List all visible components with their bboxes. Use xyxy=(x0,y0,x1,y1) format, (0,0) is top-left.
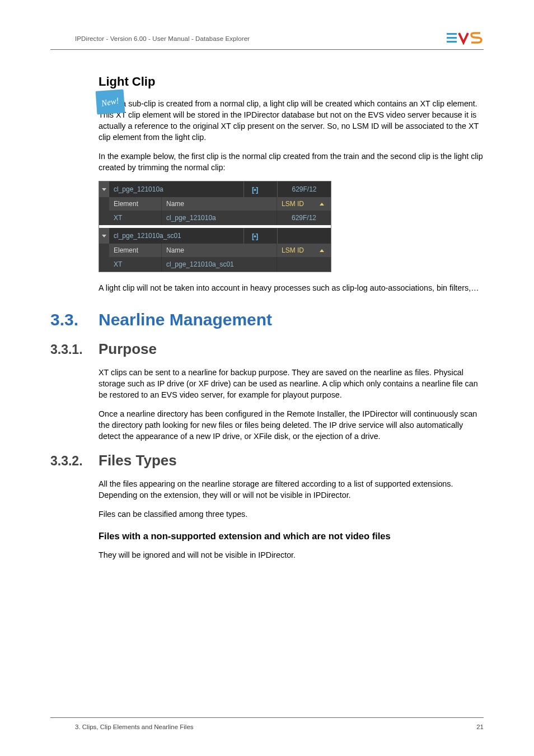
chevron-down-icon xyxy=(102,235,106,237)
heading-3-3-1: 3.3.1. Purpose xyxy=(50,340,484,358)
page-footer: 3. Clips, Clip Elements and Nearline Fil… xyxy=(50,717,484,730)
body-text: In the example below, the first clip is … xyxy=(99,151,484,173)
clip-row[interactable]: cl_pge_121010a [•] 629F/12 xyxy=(99,181,331,197)
col-element[interactable]: Element xyxy=(109,197,162,211)
heading-number: 3.3.1. xyxy=(50,342,99,357)
sub-table-header: Element Name LSM ID xyxy=(99,197,331,211)
cell-name: cl_pge_121010a_sc01 xyxy=(162,257,277,272)
body-text: They will be ignored and will not be vis… xyxy=(99,549,484,561)
footer-page-number: 21 xyxy=(476,724,484,730)
col-name[interactable]: Name xyxy=(162,197,277,211)
clip-name: cl_pge_121010a xyxy=(109,181,243,197)
clip-lsm-id: 629F/12 xyxy=(277,181,331,197)
page-header: IPDirector - Version 6.00 - User Manual … xyxy=(50,31,484,50)
heading-number: 3.3. xyxy=(50,310,99,329)
cell-lsm: 629F/12 xyxy=(277,211,331,225)
clip-type-cell: [•] xyxy=(243,228,277,244)
cell-element: XT xyxy=(109,257,162,272)
cell-element: XT xyxy=(109,211,162,225)
col-lsm-id[interactable]: LSM ID xyxy=(277,244,331,257)
clip-list-screenshot: cl_pge_121010a [•] 629F/12 Element Name … xyxy=(99,181,331,272)
footer-chapter: 3. Clips, Clip Elements and Nearline Fil… xyxy=(50,724,194,730)
cell-name: cl_pge_121010a xyxy=(162,211,277,225)
sort-asc-icon xyxy=(320,203,324,206)
body-text: XT clips can be sent to a nearline for b… xyxy=(99,367,484,400)
new-badge-label: New! xyxy=(101,96,120,108)
heading-number: 3.3.2. xyxy=(50,454,99,469)
heading-text: Purpose xyxy=(99,340,157,358)
clip-bracket-icon: [•] xyxy=(252,232,257,240)
evs-logo xyxy=(447,31,484,46)
heading-text: Nearline Management xyxy=(99,310,272,329)
body-text: All the files appearing on the nearline … xyxy=(99,478,484,501)
heading-light-clip: Light Clip xyxy=(99,74,484,89)
clip-bracket-icon: [•] xyxy=(252,185,257,194)
heading-3-3: 3.3. Nearline Management xyxy=(50,310,484,329)
clip-row[interactable]: cl_pge_121010a_sc01 [•] xyxy=(99,228,331,244)
header-breadcrumb: IPDirector - Version 6.00 - User Manual … xyxy=(50,35,250,42)
sort-asc-icon xyxy=(320,249,324,252)
subheading: Files with a non-supported extension and… xyxy=(99,531,484,542)
table-row[interactable]: XT cl_pge_121010a_sc01 xyxy=(99,257,331,272)
svg-rect-2 xyxy=(447,41,457,43)
table-row[interactable]: XT cl_pge_121010a 629F/12 xyxy=(99,211,331,225)
heading-text: Files Types xyxy=(99,452,177,469)
cell-lsm xyxy=(277,257,331,272)
expand-toggle[interactable] xyxy=(99,228,109,244)
sub-table-header: Element Name LSM ID xyxy=(99,244,331,257)
body-text: Files can be classified among three type… xyxy=(99,508,484,520)
svg-rect-0 xyxy=(447,33,457,35)
expand-toggle[interactable] xyxy=(99,181,109,197)
chevron-down-icon xyxy=(102,188,106,191)
clip-name: cl_pge_121010a_sc01 xyxy=(109,228,243,244)
col-name[interactable]: Name xyxy=(162,244,277,257)
heading-3-3-2: 3.3.2. Files Types xyxy=(50,452,484,469)
new-badge: New! xyxy=(96,89,125,114)
svg-rect-1 xyxy=(447,37,457,39)
body-text: Once a nearline directory has been confi… xyxy=(99,408,484,442)
clip-lsm-id xyxy=(277,228,331,244)
clip-type-cell: [•] xyxy=(243,181,277,197)
col-lsm-id[interactable]: LSM ID xyxy=(277,197,331,211)
body-text: A light clip will not be taken into acco… xyxy=(99,282,484,293)
col-element[interactable]: Element xyxy=(109,244,162,257)
body-text: When a sub-clip is created from a normal… xyxy=(99,98,484,143)
